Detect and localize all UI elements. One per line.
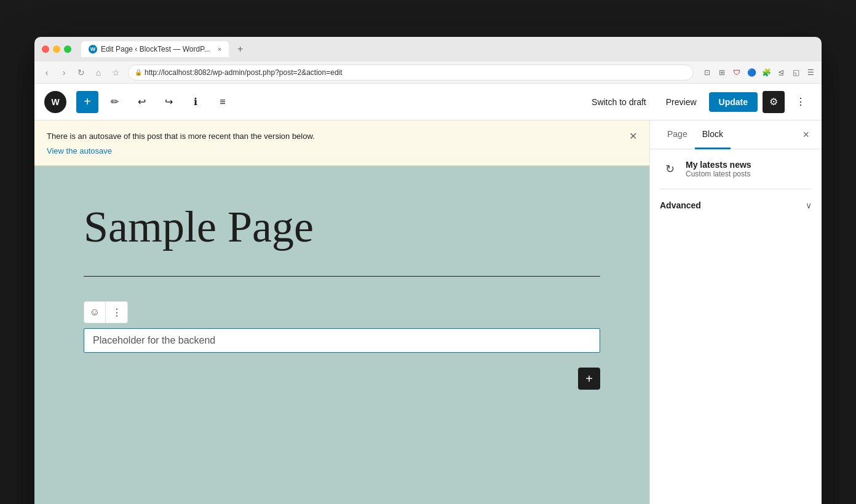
redo-button[interactable]: ↪: [157, 91, 180, 113]
bookmarks-button[interactable]: ☆: [108, 65, 123, 80]
wp-editor: W + ✏ ↩ ↪ ℹ ≡ Switch to draft Preview Up…: [34, 84, 822, 504]
page-separator: [84, 276, 600, 277]
list-view-button[interactable]: ≡: [212, 91, 234, 113]
block-info-details: My latests news Custom latest posts: [686, 160, 751, 178]
extension-icon-1[interactable]: ⊴: [775, 66, 787, 79]
tab-favicon: W: [89, 45, 97, 53]
browser-toolbar: ‹ › ↻ ⌂ ☆ 🔒 http://localhost:8082/wp-adm…: [34, 61, 822, 84]
sidebar-content: ↻ My latests news Custom latest posts Ad…: [650, 149, 822, 504]
address-bar[interactable]: 🔒 http://localhost:8082/wp-admin/post.ph…: [128, 65, 694, 81]
block-refresh-icon: ↻: [660, 159, 680, 179]
extension-icon-3[interactable]: ☰: [804, 66, 817, 79]
autosave-notice-content: There is an autosave of this post that i…: [47, 130, 315, 156]
grid-icon[interactable]: ⊞: [716, 66, 728, 79]
forward-button[interactable]: ›: [57, 65, 71, 80]
new-tab-button[interactable]: +: [237, 44, 243, 55]
switch-to-draft-button[interactable]: Switch to draft: [584, 93, 654, 111]
puzzle-icon[interactable]: 🧩: [760, 66, 772, 79]
wp-logo[interactable]: W: [44, 91, 66, 113]
preview-button[interactable]: Preview: [659, 93, 704, 111]
more-options-button[interactable]: ⋮: [790, 91, 812, 113]
page-title[interactable]: Sample Page: [84, 203, 600, 251]
block-area: ☺ ⋮ +: [84, 301, 600, 353]
block-mini-toolbar: ☺ ⋮: [84, 301, 600, 323]
maximize-window-dot[interactable]: [64, 45, 71, 53]
sidebar-tabs: Page Block ×: [650, 120, 822, 149]
wp-toolbar: W + ✏ ↩ ↪ ℹ ≡ Switch to draft Preview Up…: [34, 84, 822, 120]
browser-tab[interactable]: W Edit Page ‹ BlockTest — WordP... ×: [81, 41, 229, 57]
update-button[interactable]: Update: [709, 92, 758, 112]
block-more-button[interactable]: ⋮: [106, 301, 128, 323]
autosave-close-button[interactable]: ✕: [629, 130, 637, 142]
autosave-notice: There is an autosave of this post that i…: [34, 120, 649, 166]
advanced-section-title: Advanced: [660, 200, 701, 210]
tab-block[interactable]: Block: [695, 120, 731, 149]
tab-close-button[interactable]: ×: [218, 45, 221, 53]
close-window-dot[interactable]: [42, 45, 49, 53]
tab-title: Edit Page ‹ BlockTest — WordP...: [101, 45, 210, 53]
block-input-wrapper: [84, 328, 600, 353]
refresh-button[interactable]: ↻: [74, 65, 89, 80]
sidebar: Page Block × ↻ My latests news Custom la…: [649, 120, 822, 504]
edit-tool-button[interactable]: ✏: [103, 91, 125, 113]
info-button[interactable]: ℹ: [184, 91, 207, 113]
advanced-section[interactable]: Advanced ∨: [660, 194, 812, 216]
undo-button[interactable]: ↩: [130, 91, 153, 113]
browser-titlebar: W Edit Page ‹ BlockTest — WordP... × +: [34, 37, 822, 61]
block-smiley-button[interactable]: ☺: [84, 301, 106, 323]
bitwarden-icon[interactable]: 🔵: [745, 66, 758, 79]
shield-icon[interactable]: 🛡: [731, 66, 743, 79]
toolbar-right: Switch to draft Preview Update ⚙ ⋮: [584, 91, 812, 113]
autosave-message: There is an autosave of this post that i…: [47, 132, 315, 141]
lock-icon: 🔒: [135, 69, 142, 76]
sidebar-close-button[interactable]: ×: [800, 126, 812, 144]
block-info-subtitle: Custom latest posts: [686, 170, 751, 178]
browser-extension-icons: ⊡ ⊞ 🛡 🔵 🧩 ⊴ ◱ ☰: [701, 66, 817, 79]
editor-body: There is an autosave of this post that i…: [34, 120, 822, 504]
sidebar-divider: [660, 189, 812, 189]
minimize-window-dot[interactable]: [53, 45, 60, 53]
add-block-bottom-button[interactable]: +: [578, 368, 600, 390]
view-autosave-link[interactable]: View the autosave: [47, 146, 315, 156]
settings-button[interactable]: ⚙: [763, 91, 785, 113]
back-button[interactable]: ‹: [39, 65, 54, 80]
block-info-title: My latests news: [686, 160, 751, 170]
block-placeholder-input[interactable]: [84, 329, 453, 352]
window-controls: [42, 45, 71, 53]
tab-page[interactable]: Page: [660, 120, 695, 149]
page-content-area: Sample Page ☺ ⋮ +: [34, 166, 649, 504]
block-info-section: ↻ My latests news Custom latest posts: [660, 159, 812, 179]
url-text: http://localhost:8082/wp-admin/post.php?…: [145, 68, 343, 77]
chevron-down-icon: ∨: [806, 200, 812, 210]
screen-cast-icon[interactable]: ⊡: [701, 66, 713, 79]
home-button[interactable]: ⌂: [91, 65, 106, 80]
add-block-toolbar-button[interactable]: +: [76, 91, 98, 113]
extension-icon-2[interactable]: ◱: [790, 66, 802, 79]
wp-canvas: There is an autosave of this post that i…: [34, 120, 649, 504]
